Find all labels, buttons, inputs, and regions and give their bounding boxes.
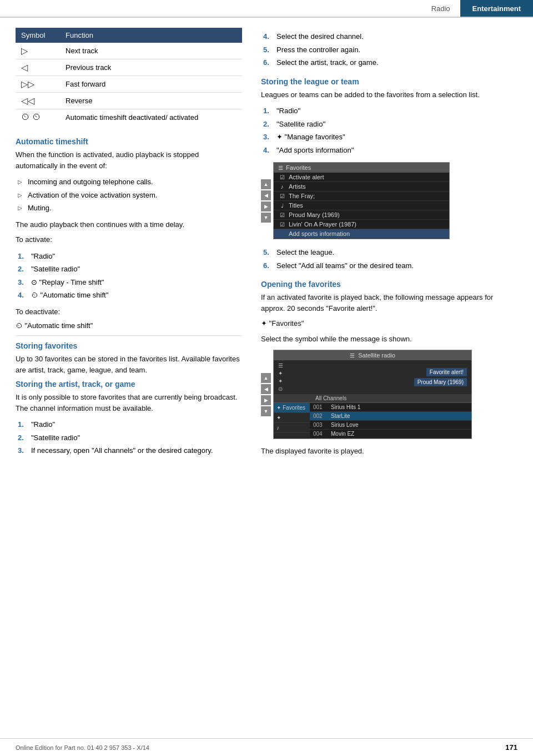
favorites-item-text: Activate alert [289,174,324,180]
favorites-item-text: The Fray; [289,193,315,199]
symbol-cell: ◁◁ [16,93,60,109]
nav-down-button[interactable]: ▼ [261,213,271,223]
ss2-nav-down[interactable]: ▼ [261,406,271,416]
sat-icon-row-1: ☰ [278,362,283,369]
automatic-timeshift-heading: Automatic timeshift [16,137,242,146]
channel-number: 003 [313,422,328,428]
symbol-cell: ⏲ ⏲ [16,109,60,125]
satellite-sidebar-item: ✦Favorites [274,403,310,413]
sat-star-icon1: ✦ [278,370,283,376]
favorites-item-icon: ☑ [278,193,286,199]
symbol-cell: ◁ [16,59,60,76]
favorites-ui-screenshot: ☰ Favorites ☑ Activate alert ♪ Artists ☑… [273,162,450,239]
sat-circle-icon: ⊙ [278,386,283,392]
table-header-function: Function [60,28,242,43]
sidebar-text: Favorites [283,405,305,411]
storing-league-text: Leagues or teams can be added to the fav… [261,89,517,100]
channel-row: 004Movin EZ [310,430,471,439]
storing-artist-step-cont: Press the controller again. [261,43,517,57]
storing-artist-steps-cont: Select the desired channel.Press the con… [261,30,517,69]
storing-league-steps: "Radio""Satellite radio"✦ "Manage favori… [261,104,517,157]
timeshift-bullet-list: Incoming and outgoing telephone calls.Ac… [16,175,242,215]
satellite-channel-list: 001Sirius Hits 1002StarLite003Sirius Lov… [310,403,471,439]
storing-artist-text: It is only possible to store favorites t… [16,392,242,414]
favorite-alert-label: Favorite alert! [426,368,467,376]
ss2-nav-left[interactable]: ◀ [261,384,271,394]
satellite-top-icons: ☰ ✦ ✦ ⊙ [278,362,283,392]
channel-name: Sirius Love [331,422,358,428]
sidebar-icon: ✦ [276,415,281,421]
favorites-list-item: ♩ Titles [274,201,449,210]
sat-refresh-icon: ☰ [278,362,283,369]
favorites-item-icon: ♩ [278,203,286,209]
function-cell: Previous track [60,59,242,76]
storing-artist-step: If necessary, open "All channels" or the… [16,444,242,457]
sat-icon-row-3: ✦ [278,377,283,385]
opening-favorites-instruction: Select the symbol while the message is s… [261,334,517,345]
satellite-sidebar-item: ♪ [274,423,310,433]
function-cell: Fast forward [60,76,242,93]
favorites-ui-title: ☰ Favorites [274,163,449,173]
screenshot-nav-buttons: ▲ ◀ ▶ ▼ [261,179,271,223]
channel-row: 001Sirius Hits 1 [310,403,471,412]
nav-up-button[interactable]: ▲ [261,179,271,189]
channel-row: 003Sirius Love [310,421,471,430]
activate-step-item: ⊙ "Replay - Time shift" [16,276,242,289]
favorites-list-item: ☑ Livin' On A Prayer (1987) [274,220,449,229]
satellite-radio-title-text: Satellite radio [358,352,395,359]
favorites-title-icon: ☰ [278,165,283,171]
symbol-icon: ⏲ ⏲ [21,112,41,122]
storing-league-step: "Radio" [261,104,517,118]
activate-step-item: "Radio" [16,250,242,263]
header-entertainment-label: Entertainment [460,0,533,17]
nav-left-button[interactable]: ◀ [261,190,271,200]
bullet-item: Activation of the voice activation syste… [16,189,242,202]
sat-star-icon2: ✦ [278,378,283,384]
storing-artist-step-cont: Select the artist, track, or game. [261,56,517,69]
song-playing-label: Proud Mary (1969) [414,378,467,386]
satellite-radio-ui: ☰ Satellite radio ☰ ✦ ✦ ⊙ Favorite alert [273,350,472,439]
to-deactivate-label: To deactivate: [16,306,242,317]
storing-league-section: Storing the league or team Leagues or te… [261,77,517,273]
satellite-sidebar: ✦Favorites✦♪ [274,403,310,439]
nav-right-button[interactable]: ▶ [261,201,271,211]
alert-row: Favorite alert! [289,368,467,376]
ss2-nav-up[interactable]: ▲ [261,373,271,383]
table-row: ⏲ ⏲ Automatic timeshift deactivated/ act… [16,109,242,125]
page-footer: Online Edition for Part no. 01 40 2 957 … [0,738,533,756]
function-cell: Next track [60,43,242,59]
storing-artist-section: Storing the artist, track, or game It is… [16,380,242,457]
favorites-item-text: Titles [289,202,303,209]
all-channels-label: All Channels [274,394,471,403]
satellite-radio-title: ☰ Satellite radio [274,350,471,360]
symbol-cell: ▷▷ [16,76,60,93]
storing-artist-step-cont: Select the desired channel. [261,30,517,43]
favorites-list-item: ♪ Artists [274,182,449,191]
sat-icon-row-4: ⊙ [278,385,283,392]
favorites-list-item: ☑ Proud Mary (1969) [274,210,449,220]
favorites-list: ☑ Activate alert ♪ Artists ☑ The Fray; ♩… [274,173,449,239]
automatic-timeshift-intro: When the function is activated, audio pl… [16,149,242,171]
storing-league-step: ✦ "Manage favorites" [261,130,517,144]
ss2-nav-right[interactable]: ▶ [261,395,271,405]
opening-favorites-section: Opening the favorites If an activated fa… [261,280,517,457]
favorites-item-text: Add sports information [289,230,350,237]
header-radio-label: Radio [421,0,460,17]
symbol-icon: ◁◁ [21,96,34,105]
bullet-item: Incoming and outgoing telephone calls. [16,175,242,189]
favorites-item-icon: ☑ [278,212,286,218]
table-row: ▷▷ Fast forward [16,76,242,93]
favorites-item-text: Artists [289,183,306,190]
automatic-timeshift-section: Automatic timeshift When the function is… [16,137,242,330]
channel-name: Sirius Hits 1 [331,404,360,410]
favorites-screenshot-wrapper: ▲ ◀ ▶ ▼ ☰ Favorites ☑ Activate alert ♪ A… [261,162,450,239]
favorites-item-text: Livin' On A Prayer (1987) [289,221,356,228]
storing-favorites-heading: Storing favorites [16,341,242,350]
favorites-symbol-line: ✦ "Favorites" [261,318,517,329]
channel-name: StarLite [331,413,350,419]
storing-artist-heading: Storing the artist, track, or game [16,380,242,389]
satellite-alerts-area: Favorite alert! Proud Mary (1969) [289,368,467,386]
satellite-radio-top: ☰ ✦ ✦ ⊙ Favorite alert! Proud Mary (1969… [274,360,471,394]
storing-league-heading: Storing the league or team [261,77,517,86]
activate-step-item: ⏲ "Automatic time shift" [16,289,242,302]
